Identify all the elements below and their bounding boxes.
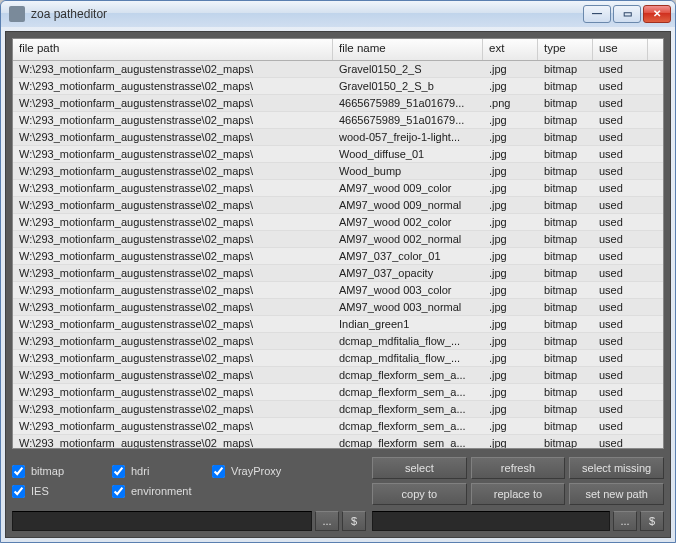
cell-ext: .jpg [483,147,538,161]
cell-use: used [593,436,648,448]
col-header-ext[interactable]: ext [483,39,538,60]
cell-name: AM97_wood 009_color [333,181,483,195]
cell-path: W:\293_motionfarm_augustenstrasse\02_map… [13,368,333,382]
col-header-name[interactable]: file name [333,39,483,60]
cell-path: W:\293_motionfarm_augustenstrasse\02_map… [13,436,333,448]
cell-name: dcmap_flexform_sem_a... [333,368,483,382]
table-header: file path file name ext type use [13,39,663,61]
cell-ext: .jpg [483,402,538,416]
browse-left-button[interactable]: ... [315,511,339,531]
chk-environment[interactable]: environment [112,481,212,501]
controls-panel: bitmap hdri VrayProxy IES environment se… [6,453,670,537]
cell-use: used [593,113,648,127]
cell-type: bitmap [538,266,593,280]
minimize-button[interactable]: — [583,5,611,23]
table-row[interactable]: W:\293_motionfarm_augustenstrasse\02_map… [13,112,663,129]
cell-name: Wood_diffuse_01 [333,147,483,161]
table-row[interactable]: W:\293_motionfarm_augustenstrasse\02_map… [13,197,663,214]
cell-use: used [593,215,648,229]
cell-path: W:\293_motionfarm_augustenstrasse\02_map… [13,113,333,127]
cell-path: W:\293_motionfarm_augustenstrasse\02_map… [13,300,333,314]
cell-name: AM97_wood 003_color [333,283,483,297]
table-row[interactable]: W:\293_motionfarm_augustenstrasse\02_map… [13,401,663,418]
table-row[interactable]: W:\293_motionfarm_augustenstrasse\02_map… [13,265,663,282]
refresh-button[interactable]: refresh [471,457,566,479]
cell-type: bitmap [538,351,593,365]
path-input-right[interactable] [372,511,610,531]
cell-use: used [593,147,648,161]
cell-ext: .jpg [483,181,538,195]
cell-use: used [593,164,648,178]
replace-to-button[interactable]: replace to [471,483,566,505]
cell-type: bitmap [538,402,593,416]
cell-name: AM97_037_opacity [333,266,483,280]
titlebar[interactable]: zoa patheditor — ▭ ✕ [1,1,675,27]
cell-name: dcmap_mdfitalia_flow_... [333,351,483,365]
cell-type: bitmap [538,385,593,399]
table-row[interactable]: W:\293_motionfarm_augustenstrasse\02_map… [13,248,663,265]
app-icon [9,6,25,22]
table-row[interactable]: W:\293_motionfarm_augustenstrasse\02_map… [13,282,663,299]
cell-ext: .jpg [483,334,538,348]
table-row[interactable]: W:\293_motionfarm_augustenstrasse\02_map… [13,61,663,78]
maximize-button[interactable]: ▭ [613,5,641,23]
close-button[interactable]: ✕ [643,5,671,23]
chk-hdri[interactable]: hdri [112,461,212,481]
table-row[interactable]: W:\293_motionfarm_augustenstrasse\02_map… [13,384,663,401]
table-row[interactable]: W:\293_motionfarm_augustenstrasse\02_map… [13,333,663,350]
col-header-use[interactable]: use [593,39,648,60]
chk-bitmap[interactable]: bitmap [12,461,112,481]
cell-ext: .jpg [483,62,538,76]
table-row[interactable]: W:\293_motionfarm_augustenstrasse\02_map… [13,367,663,384]
cell-use: used [593,300,648,314]
table-row[interactable]: W:\293_motionfarm_augustenstrasse\02_map… [13,129,663,146]
table-row[interactable]: W:\293_motionfarm_augustenstrasse\02_map… [13,350,663,367]
table-row[interactable]: W:\293_motionfarm_augustenstrasse\02_map… [13,163,663,180]
cell-ext: .jpg [483,266,538,280]
set-new-path-button[interactable]: set new path [569,483,664,505]
table-row[interactable]: W:\293_motionfarm_augustenstrasse\02_map… [13,435,663,448]
copy-to-button[interactable]: copy to [372,483,467,505]
table-row[interactable]: W:\293_motionfarm_augustenstrasse\02_map… [13,299,663,316]
table-row[interactable]: W:\293_motionfarm_augustenstrasse\02_map… [13,180,663,197]
path-input-left[interactable] [12,511,312,531]
browse-right-button[interactable]: ... [613,511,637,531]
table-row[interactable]: W:\293_motionfarm_augustenstrasse\02_map… [13,214,663,231]
cell-name: AM97_wood 002_color [333,215,483,229]
cell-ext: .jpg [483,385,538,399]
table-row[interactable]: W:\293_motionfarm_augustenstrasse\02_map… [13,418,663,435]
action-buttons: select refresh select missing copy to re… [372,457,664,505]
table-row[interactable]: W:\293_motionfarm_augustenstrasse\02_map… [13,95,663,112]
cell-ext: .png [483,96,538,110]
cell-name: AM97_037_color_01 [333,249,483,263]
cell-path: W:\293_motionfarm_augustenstrasse\02_map… [13,385,333,399]
chk-vrayproxy[interactable]: VrayProxy [212,461,332,481]
col-header-path[interactable]: file path [13,39,333,60]
chk-ies[interactable]: IES [12,481,112,501]
cell-path: W:\293_motionfarm_augustenstrasse\02_map… [13,419,333,433]
cell-path: W:\293_motionfarm_augustenstrasse\02_map… [13,164,333,178]
dollar-left-button[interactable]: $ [342,511,366,531]
table-row[interactable]: W:\293_motionfarm_augustenstrasse\02_map… [13,146,663,163]
table-row[interactable]: W:\293_motionfarm_augustenstrasse\02_map… [13,78,663,95]
table-row[interactable]: W:\293_motionfarm_augustenstrasse\02_map… [13,231,663,248]
select-button[interactable]: select [372,457,467,479]
cell-type: bitmap [538,249,593,263]
table-row[interactable]: W:\293_motionfarm_augustenstrasse\02_map… [13,316,663,333]
cell-ext: .jpg [483,164,538,178]
col-header-type[interactable]: type [538,39,593,60]
cell-type: bitmap [538,79,593,93]
select-missing-button[interactable]: select missing [569,457,664,479]
cell-name: wood-057_freijo-1-light... [333,130,483,144]
cell-name: dcmap_flexform_sem_a... [333,436,483,448]
cell-type: bitmap [538,181,593,195]
dollar-right-button[interactable]: $ [640,511,664,531]
table-body[interactable]: W:\293_motionfarm_augustenstrasse\02_map… [13,61,663,448]
cell-path: W:\293_motionfarm_augustenstrasse\02_map… [13,283,333,297]
cell-path: W:\293_motionfarm_augustenstrasse\02_map… [13,215,333,229]
cell-ext: .jpg [483,249,538,263]
cell-use: used [593,198,648,212]
cell-name: Indian_green1 [333,317,483,331]
cell-type: bitmap [538,334,593,348]
cell-type: bitmap [538,283,593,297]
